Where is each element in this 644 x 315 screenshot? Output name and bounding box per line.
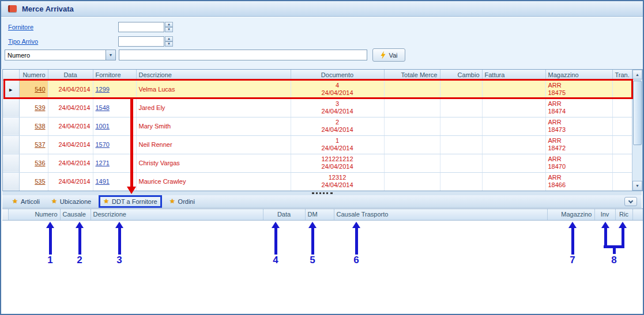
detail-column-header-data[interactable]: Data [263,209,305,220]
table-row[interactable]: ► 536 24/04/2014 1271 Christy Vargas 121… [3,154,632,172]
search-field-selected-value: Numero [5,50,106,60]
tipo-arrivo-spin-down-button[interactable]: ▼ [165,41,173,47]
fornitore-cell: 1570 [93,135,136,154]
numero-link[interactable]: 535 [35,178,45,185]
table-row[interactable]: ► 537 24/04/2014 1570 Neil Renner 1 24/0… [3,135,632,154]
tab-label: Articoli [21,198,40,205]
descrizione-cell: Maurice Crawley [136,172,291,191]
descrizione-cell: Neil Renner [136,135,291,154]
scroll-down-button[interactable]: ▼ [632,181,642,191]
grid-header-row: Numero Data Fornitore Descrizione Docume… [3,70,632,80]
detail-tab[interactable]: ★ Ordini [165,196,199,207]
fornitore-spinner[interactable]: ▲ ▼ [118,22,173,32]
fattura-cell [482,117,545,135]
search-field-dropdown[interactable]: Numero ▼ [5,50,116,60]
fornitore-spin-up-button[interactable]: ▲ [165,22,173,27]
ddt-a-fornitore-grid: Numero Causale Descrizione Data DM Causa… [2,208,644,314]
table-row[interactable]: ► 539 24/04/2014 1548 Jared Ely 3 24/04/… [3,98,632,117]
numero-cell: 535 [19,172,48,191]
cambio-cell [440,154,482,172]
detail-column-header-magazzino[interactable]: Magazzino [547,209,594,220]
merce-arrivata-window: Merce Arrivata Fornitore ▲ ▼ Tipo Arrivo… [0,0,644,315]
column-header-tran[interactable]: Tran. [612,70,632,80]
column-header-magazzino[interactable]: Magazzino [545,70,612,80]
search-input[interactable] [119,50,367,60]
column-header-descrizione[interactable]: Descrizione [136,70,291,80]
data-cell: 24/04/2014 [48,98,93,117]
merce-arrivata-grid: Numero Data Fornitore Descrizione Docume… [2,69,643,191]
magazzino-tipo: ARR [548,174,610,181]
column-header-totale-merce[interactable]: Totale Merce [384,70,440,80]
column-header-fattura[interactable]: Fattura [482,70,545,80]
totale-merce-cell [384,117,440,135]
magazzino-tipo: ARR [548,155,610,163]
detail-tab[interactable]: ★ Ubicazione [47,196,95,207]
table-row[interactable]: ► 538 24/04/2014 1001 Mary Smith 2 24/04… [3,117,632,135]
numero-link[interactable]: 539 [35,104,45,111]
scroll-thumb[interactable] [633,81,642,145]
filter-panel: Fornitore ▲ ▼ Tipo Arrivo ▲ ▼ Numero ▼ V… [1,17,643,69]
detail-column-header-dm[interactable]: DM [305,209,334,220]
fornitore-spin-down-button[interactable]: ▼ [165,27,173,32]
numero-link[interactable]: 538 [35,123,45,130]
tran-cell [612,135,632,154]
vertical-scrollbar[interactable]: ▲ ▼ [632,70,642,191]
descrizione-cell: Christy Vargas [136,154,291,172]
combo-arrow-icon[interactable]: ▼ [106,50,115,60]
table-row[interactable]: ► 535 24/04/2014 1491 Maurice Crawley 12… [3,172,632,191]
detail-header-filler [632,209,644,220]
column-header-numero[interactable]: Numero [19,70,48,80]
totale-merce-cell [384,98,440,117]
fornitore-link[interactable]: 1001 [96,123,110,130]
fornitore-link-label[interactable]: Fornitore [8,24,33,31]
fornitore-link[interactable]: 1299 [96,86,110,93]
splitter-grip-icon[interactable] [312,192,333,194]
detail-column-header-ric[interactable]: Ric [615,209,632,220]
cambio-cell [440,135,482,154]
fornitore-link[interactable]: 1570 [96,141,110,148]
data-cell: 24/04/2014 [48,80,93,98]
collapse-panel-button[interactable] [624,197,637,206]
tipo-arrivo-link-label[interactable]: Tipo Arrivo [8,38,38,45]
fornitore-link[interactable]: 1491 [96,178,110,185]
column-header-cambio[interactable]: Cambio [440,70,482,80]
column-header-data[interactable]: Data [48,70,93,80]
detail-tab[interactable]: ★ Articoli [8,196,44,207]
magazzino-cell: ARR 18473 [545,117,612,135]
numero-link[interactable]: 540 [35,86,45,93]
fornitore-link[interactable]: 1548 [96,104,110,111]
tipo-arrivo-spinner[interactable]: ▲ ▼ [118,36,173,47]
fattura-cell [482,80,545,98]
tran-cell [612,117,632,135]
documento-cell: 3 24/04/2014 [291,98,384,117]
detail-column-header-numero[interactable]: Numero [8,209,60,220]
detail-column-header-causale-trasporto[interactable]: Causale Trasporto [334,209,547,220]
magazzino-cell: ARR 18475 [545,80,612,98]
tipo-arrivo-spin-up-button[interactable]: ▲ [165,36,173,41]
detail-column-header-causale[interactable]: Causale [60,209,91,220]
detail-column-header-inv[interactable]: Inv [594,209,615,220]
detail-tab-bar: ★ Articoli ★ Ubicazione ★ DDT a Fornitor… [2,195,642,208]
grid-body: ► 540 24/04/2014 1299 Velma Lucas 4 24/0… [3,80,632,191]
fornitore-input[interactable] [118,22,164,32]
star-icon: ★ [51,198,57,205]
detail-tab[interactable]: ★ DDT a Fornitore [99,195,162,208]
vai-button[interactable]: Vai [372,48,405,62]
table-row[interactable]: ► 540 24/04/2014 1299 Velma Lucas 4 24/0… [3,80,632,98]
documento-cell: 12312 24/04/2014 [291,172,384,191]
tipo-arrivo-input[interactable] [118,36,164,47]
spinner-down-icon: ▼ [167,42,171,45]
magazzino-cell: ARR 18470 [545,154,612,172]
column-header-documento[interactable]: Documento [291,70,384,80]
numero-link[interactable]: 536 [35,160,45,166]
fattura-cell [482,135,545,154]
magazzino-tipo: ARR [548,100,610,108]
fornitore-link[interactable]: 1271 [96,160,110,166]
detail-column-header-descrizione[interactable]: Descrizione [91,209,263,220]
column-header-fornitore[interactable]: Fornitore [93,70,136,80]
star-icon: ★ [170,198,175,205]
numero-link[interactable]: 537 [35,141,45,148]
documento-numero: 121221212 [293,155,382,163]
scroll-up-button[interactable]: ▲ [632,70,642,79]
cambio-cell [440,80,482,98]
